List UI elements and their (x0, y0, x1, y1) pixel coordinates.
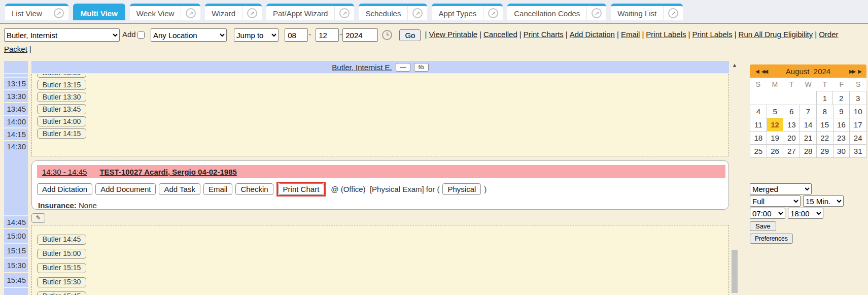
slot-button[interactable]: Butler 15:15 (37, 263, 86, 273)
jump-to-select[interactable]: Jump to (234, 28, 279, 42)
clock-icon[interactable] (382, 30, 392, 40)
tab-appt-types[interactable]: Appt Types ↗ (432, 4, 503, 20)
calendar-day[interactable]: 9 (834, 105, 850, 118)
slot-button[interactable]: Butler 15:45 (37, 291, 86, 295)
add-checkbox[interactable] (137, 31, 145, 39)
appointment-patient-link[interactable]: TEST-10027 Acardi, Sergio 04-02-1985 (99, 168, 236, 176)
tab-wizard[interactable]: Wizard ↗ (205, 4, 262, 20)
calendar-day[interactable]: 14 (800, 118, 817, 132)
preferences-button[interactable]: Preferences (750, 234, 793, 244)
calendar-day[interactable]: 15 (817, 118, 834, 132)
view-printable-link[interactable]: View Printable (429, 30, 477, 39)
go-button[interactable]: Go (399, 29, 421, 41)
open-in-new-icon[interactable]: ↗ (407, 6, 427, 20)
calendar-day[interactable]: 29 (817, 145, 834, 158)
add-document-button[interactable]: Add Document (95, 183, 156, 195)
open-in-new-icon[interactable]: ↗ (334, 6, 354, 20)
calendar-next-month-icon[interactable]: ▶ (858, 69, 861, 74)
save-button[interactable]: Save (750, 221, 776, 231)
calendar-day[interactable]: 16 (834, 118, 850, 132)
tab-pat-appt-wizard[interactable]: Pat/Appt Wizard ↗ (266, 4, 354, 20)
date-day-input[interactable] (316, 28, 339, 42)
schedule-scrollbar[interactable]: ▲ (731, 62, 739, 293)
scrollbar-thumb[interactable] (732, 250, 738, 293)
email-link[interactable]: Email (621, 30, 640, 39)
scroll-up-icon[interactable]: ▲ (731, 62, 739, 68)
appointment-type-button[interactable]: Physical (442, 183, 481, 195)
location-select[interactable]: Any Location (151, 28, 227, 42)
calendar-day[interactable]: 24 (850, 132, 866, 145)
fb-button[interactable]: f/b (414, 63, 429, 72)
calendar-day[interactable]: 18 (750, 132, 767, 145)
date-year-input[interactable] (342, 28, 378, 42)
calendar-day[interactable]: 7 (800, 105, 817, 118)
calendar-day[interactable]: 4 (750, 105, 767, 118)
edit-slot-button[interactable]: ✎ (31, 213, 45, 223)
calendar-day[interactable]: 6 (783, 105, 800, 118)
tab-cancellation-codes[interactable]: Cancellation Codes ↗ (507, 4, 606, 20)
calendar-day[interactable]: 17 (850, 118, 866, 132)
open-in-new-icon[interactable]: ↗ (483, 6, 503, 20)
add-task-button[interactable]: Add Task (159, 183, 200, 195)
calendar-day[interactable]: 10 (850, 105, 866, 118)
open-in-new-icon[interactable]: ↗ (663, 6, 683, 20)
slot-button[interactable]: Butler 13:45 (37, 104, 86, 114)
slot-button[interactable]: Butler 15:00 (37, 249, 86, 259)
calendar-day[interactable]: 27 (783, 145, 800, 158)
calendar-day[interactable]: 13 (783, 118, 800, 132)
slot-button[interactable]: Butler 13:30 (37, 92, 86, 102)
calendar-day[interactable]: 5 (767, 105, 784, 118)
checkin-button[interactable]: Checkin (235, 183, 273, 195)
print-chart-button[interactable]: Print Chart (278, 183, 325, 195)
minimize-column-button[interactable]: — (396, 63, 410, 72)
calendar-day[interactable]: 19 (767, 132, 784, 145)
size-select[interactable]: Full (750, 195, 801, 207)
slot-button[interactable]: Butler 14:15 (37, 128, 86, 139)
calendar-day[interactable]: 22 (817, 132, 834, 145)
cancelled-link[interactable]: Cancelled (483, 30, 517, 39)
provider-select[interactable]: Butler, Internist (4, 28, 120, 42)
start-time-select[interactable]: 07:00 (750, 208, 785, 219)
add-dictation-link[interactable]: Add Dictation (570, 30, 615, 39)
slot-button[interactable]: Butler 13:15 (37, 80, 86, 90)
slot-button[interactable]: Butler 14:00 (37, 116, 86, 126)
calendar-day[interactable]: 30 (834, 145, 850, 158)
calendar-next-year-icon[interactable]: ▶▶ (849, 69, 855, 74)
tab-multi-view[interactable]: Multi View (73, 4, 125, 20)
view-mode-select[interactable]: Merged (750, 183, 812, 194)
open-in-new-icon[interactable]: ↗ (181, 6, 200, 20)
calendar-day[interactable]: 31 (850, 145, 866, 158)
calendar-day[interactable]: 8 (817, 105, 834, 118)
print-charts-link[interactable]: Print Charts (524, 30, 564, 39)
tab-waiting-list[interactable]: Waiting List ↗ (611, 4, 683, 20)
calendar-day[interactable]: 25 (750, 145, 767, 158)
calendar-prev-year-icon[interactable]: ◀◀ (761, 69, 767, 74)
end-time-select[interactable]: 18:00 (788, 208, 823, 219)
slot-button[interactable]: Butler 13:00 (37, 74, 86, 78)
tab-list-view[interactable]: List View ↗ (5, 4, 68, 20)
open-in-new-icon[interactable]: ↗ (49, 6, 68, 20)
calendar-day[interactable]: 3 (850, 91, 866, 105)
run-drug-eligibility-link[interactable]: Run All Drug Eligibility (739, 30, 813, 39)
calendar-day[interactable]: 11 (750, 118, 767, 132)
calendar-day[interactable]: 1 (816, 91, 833, 105)
print-labels-link[interactable]: Print Labels (646, 30, 686, 39)
calendar-day[interactable]: 28 (800, 145, 817, 158)
tab-week-view[interactable]: Week View ↗ (130, 4, 200, 20)
calendar-day[interactable]: 21 (800, 132, 817, 145)
slot-button[interactable]: Butler 15:30 (37, 277, 86, 287)
open-in-new-icon[interactable]: ↗ (586, 6, 606, 20)
calendar-day[interactable]: 20 (783, 132, 800, 145)
appointment-time-link[interactable]: 14:30 - 14:45 (42, 168, 87, 176)
calendar-day[interactable]: 23 (834, 132, 850, 145)
calendar-prev-month-icon[interactable]: ◀ (755, 69, 758, 74)
email-button[interactable]: Email (203, 183, 233, 195)
add-dictation-button[interactable]: Add Dictation (37, 183, 92, 195)
open-in-new-icon[interactable]: ↗ (242, 6, 262, 20)
calendar-day[interactable]: 26 (767, 145, 784, 158)
calendar-day[interactable]: 2 (833, 91, 850, 105)
calendar-day-selected[interactable]: 12 (767, 118, 784, 132)
provider-header-link[interactable]: Butler, Internist E. (332, 63, 392, 72)
date-month-input[interactable] (285, 28, 308, 42)
tab-schedules[interactable]: Schedules ↗ (359, 4, 427, 20)
